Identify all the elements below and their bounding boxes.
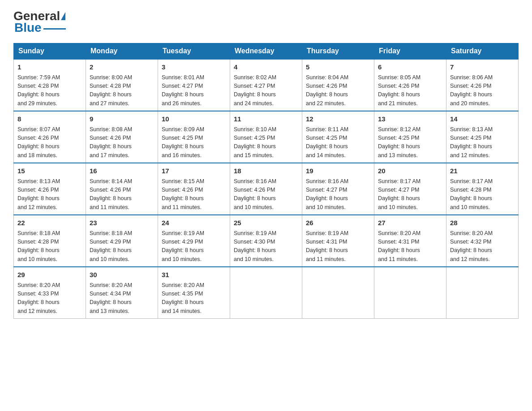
calendar-table: SundayMondayTuesdayWednesdayThursdayFrid… [13,43,519,319]
calendar-cell: 10Sunrise: 8:09 AMSunset: 4:25 PMDayligh… [158,111,230,163]
calendar-cell: 14Sunrise: 8:13 AMSunset: 4:25 PMDayligh… [446,111,519,163]
day-number: 11 [234,114,298,124]
day-info: Sunrise: 8:19 AMSunset: 4:29 PMDaylight:… [162,229,226,264]
day-number: 7 [450,62,515,73]
calendar-cell: 21Sunrise: 8:17 AMSunset: 4:28 PMDayligh… [446,163,519,215]
day-info: Sunrise: 8:14 AMSunset: 4:26 PMDaylight:… [90,177,154,212]
day-info: Sunrise: 8:20 AMSunset: 4:32 PMDaylight:… [450,229,515,264]
day-info: Sunrise: 8:17 AMSunset: 4:28 PMDaylight:… [450,177,515,212]
day-info: Sunrise: 8:19 AMSunset: 4:31 PMDaylight:… [306,229,370,264]
calendar-cell [230,267,302,319]
day-number: 24 [162,218,226,228]
logo: General Blue [13,9,66,35]
col-header-friday: Friday [374,43,446,60]
day-number: 18 [234,166,298,176]
day-number: 26 [306,218,370,228]
day-number: 17 [162,166,226,176]
day-number: 6 [378,62,442,73]
day-number: 3 [162,62,226,73]
day-number: 22 [17,218,82,228]
calendar-cell: 23Sunrise: 8:18 AMSunset: 4:29 PMDayligh… [86,215,158,267]
calendar-cell: 3Sunrise: 8:01 AMSunset: 4:27 PMDaylight… [158,59,230,111]
day-number: 2 [90,62,154,73]
calendar-cell: 7Sunrise: 8:06 AMSunset: 4:26 PMDaylight… [446,59,519,111]
calendar-cell: 8Sunrise: 8:07 AMSunset: 4:26 PMDaylight… [14,111,86,163]
day-number: 14 [450,114,515,124]
calendar-cell: 28Sunrise: 8:20 AMSunset: 4:32 PMDayligh… [446,215,519,267]
day-info: Sunrise: 8:18 AMSunset: 4:28 PMDaylight:… [17,229,82,264]
day-number: 20 [378,166,442,176]
calendar-cell: 2Sunrise: 8:00 AMSunset: 4:28 PMDaylight… [86,59,158,111]
calendar-cell: 15Sunrise: 8:13 AMSunset: 4:26 PMDayligh… [14,163,86,215]
day-number: 25 [234,218,298,228]
day-info: Sunrise: 8:20 AMSunset: 4:31 PMDaylight:… [378,229,442,264]
calendar-cell [446,267,519,319]
week-row-2: 8Sunrise: 8:07 AMSunset: 4:26 PMDaylight… [14,111,519,163]
day-info: Sunrise: 8:05 AMSunset: 4:26 PMDaylight:… [378,73,442,108]
calendar-cell: 20Sunrise: 8:17 AMSunset: 4:27 PMDayligh… [374,163,446,215]
day-number: 31 [162,270,226,280]
col-header-thursday: Thursday [302,43,374,60]
calendar-cell: 25Sunrise: 8:19 AMSunset: 4:30 PMDayligh… [230,215,302,267]
col-header-wednesday: Wednesday [230,43,302,60]
day-info: Sunrise: 8:16 AMSunset: 4:27 PMDaylight:… [306,177,370,212]
day-info: Sunrise: 8:00 AMSunset: 4:28 PMDaylight:… [90,73,154,108]
page-header: General Blue [13,9,519,35]
calendar-cell: 27Sunrise: 8:20 AMSunset: 4:31 PMDayligh… [374,215,446,267]
calendar-cell: 9Sunrise: 8:08 AMSunset: 4:26 PMDaylight… [86,111,158,163]
day-info: Sunrise: 8:13 AMSunset: 4:26 PMDaylight:… [17,177,82,212]
day-number: 4 [234,62,298,73]
day-info: Sunrise: 8:20 AMSunset: 4:35 PMDaylight:… [162,281,226,316]
day-info: Sunrise: 8:11 AMSunset: 4:25 PMDaylight:… [306,125,370,160]
logo-triangle-icon [61,12,65,20]
day-number: 16 [90,166,154,176]
day-number: 9 [90,114,154,124]
day-info: Sunrise: 8:12 AMSunset: 4:25 PMDaylight:… [378,125,442,160]
day-number: 13 [378,114,442,124]
day-number: 28 [450,218,515,228]
day-info: Sunrise: 8:17 AMSunset: 4:27 PMDaylight:… [378,177,442,212]
calendar-cell: 5Sunrise: 8:04 AMSunset: 4:26 PMDaylight… [302,59,374,111]
day-info: Sunrise: 8:18 AMSunset: 4:29 PMDaylight:… [90,229,154,264]
calendar-cell: 11Sunrise: 8:10 AMSunset: 4:25 PMDayligh… [230,111,302,163]
calendar-cell: 13Sunrise: 8:12 AMSunset: 4:25 PMDayligh… [374,111,446,163]
week-row-4: 22Sunrise: 8:18 AMSunset: 4:28 PMDayligh… [14,215,519,267]
week-row-5: 29Sunrise: 8:20 AMSunset: 4:33 PMDayligh… [14,267,519,319]
logo-blue-text: Blue [14,21,42,35]
calendar-cell: 19Sunrise: 8:16 AMSunset: 4:27 PMDayligh… [302,163,374,215]
col-header-tuesday: Tuesday [158,43,230,60]
day-info: Sunrise: 7:59 AMSunset: 4:28 PMDaylight:… [17,73,82,108]
calendar-cell: 12Sunrise: 8:11 AMSunset: 4:25 PMDayligh… [302,111,374,163]
calendar-cell: 30Sunrise: 8:20 AMSunset: 4:34 PMDayligh… [86,267,158,319]
calendar-cell: 22Sunrise: 8:18 AMSunset: 4:28 PMDayligh… [14,215,86,267]
week-row-1: 1Sunrise: 7:59 AMSunset: 4:28 PMDaylight… [14,59,519,111]
day-number: 21 [450,166,515,176]
calendar-cell: 31Sunrise: 8:20 AMSunset: 4:35 PMDayligh… [158,267,230,319]
day-info: Sunrise: 8:01 AMSunset: 4:27 PMDaylight:… [162,73,226,108]
day-number: 15 [17,166,82,176]
day-info: Sunrise: 8:15 AMSunset: 4:26 PMDaylight:… [162,177,226,212]
day-number: 23 [90,218,154,228]
day-number: 12 [306,114,370,124]
day-number: 10 [162,114,226,124]
day-number: 27 [378,218,442,228]
day-info: Sunrise: 8:20 AMSunset: 4:33 PMDaylight:… [17,281,82,316]
calendar-cell: 6Sunrise: 8:05 AMSunset: 4:26 PMDaylight… [374,59,446,111]
calendar-cell: 24Sunrise: 8:19 AMSunset: 4:29 PMDayligh… [158,215,230,267]
day-number: 30 [90,270,154,280]
day-info: Sunrise: 8:19 AMSunset: 4:30 PMDaylight:… [234,229,298,264]
day-info: Sunrise: 8:02 AMSunset: 4:27 PMDaylight:… [234,73,298,108]
day-number: 1 [17,62,82,73]
day-number: 29 [17,270,82,280]
calendar-cell: 26Sunrise: 8:19 AMSunset: 4:31 PMDayligh… [302,215,374,267]
calendar-cell: 18Sunrise: 8:16 AMSunset: 4:26 PMDayligh… [230,163,302,215]
calendar-cell: 29Sunrise: 8:20 AMSunset: 4:33 PMDayligh… [14,267,86,319]
day-number: 19 [306,166,370,176]
day-info: Sunrise: 8:04 AMSunset: 4:26 PMDaylight:… [306,73,370,108]
calendar-cell: 16Sunrise: 8:14 AMSunset: 4:26 PMDayligh… [86,163,158,215]
day-info: Sunrise: 8:13 AMSunset: 4:25 PMDaylight:… [450,125,515,160]
day-info: Sunrise: 8:16 AMSunset: 4:26 PMDaylight:… [234,177,298,212]
calendar-cell [374,267,446,319]
day-number: 8 [17,114,82,124]
col-header-saturday: Saturday [446,43,519,60]
